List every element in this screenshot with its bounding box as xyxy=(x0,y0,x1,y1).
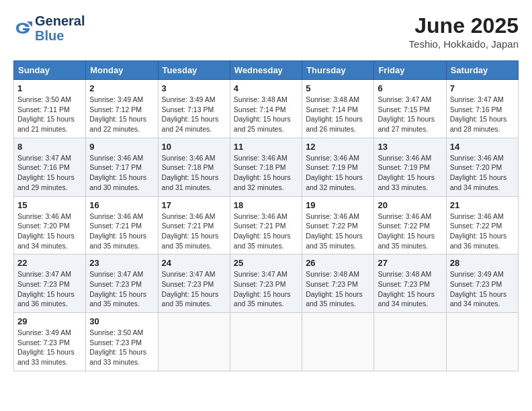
day-info: Sunrise: 3:47 AM Sunset: 7:23 PM Dayligh… xyxy=(162,269,226,309)
day-info: Sunrise: 3:46 AM Sunset: 7:18 PM Dayligh… xyxy=(162,153,226,193)
day-info: Sunrise: 3:47 AM Sunset: 7:23 PM Dayligh… xyxy=(17,269,82,309)
day-number: 13 xyxy=(378,142,442,152)
calendar-table: Sunday Monday Tuesday Wednesday Thursday… xyxy=(13,60,519,371)
calendar-cell: 3Sunrise: 3:49 AM Sunset: 7:13 PM Daylig… xyxy=(158,80,230,138)
day-number: 11 xyxy=(234,142,298,152)
day-info: Sunrise: 3:46 AM Sunset: 7:19 PM Dayligh… xyxy=(378,153,442,193)
calendar-cell: 25Sunrise: 3:47 AM Sunset: 7:23 PM Dayli… xyxy=(230,255,302,313)
day-info: Sunrise: 3:46 AM Sunset: 7:21 PM Dayligh… xyxy=(162,212,226,251)
calendar-cell: 12Sunrise: 3:46 AM Sunset: 7:19 PM Dayli… xyxy=(302,138,374,196)
calendar-cell: 6Sunrise: 3:47 AM Sunset: 7:15 PM Daylig… xyxy=(374,80,446,138)
day-number: 22 xyxy=(17,258,82,268)
header-wednesday: Wednesday xyxy=(230,61,302,80)
day-number: 28 xyxy=(450,258,515,268)
logo: General Blue xyxy=(13,13,85,43)
day-info: Sunrise: 3:46 AM Sunset: 7:22 PM Dayligh… xyxy=(450,212,515,251)
calendar-cell xyxy=(158,313,230,371)
calendar-cell: 1Sunrise: 3:50 AM Sunset: 7:11 PM Daylig… xyxy=(14,80,86,138)
calendar-week-row: 8Sunrise: 3:47 AM Sunset: 7:16 PM Daylig… xyxy=(14,138,519,196)
header-friday: Friday xyxy=(374,61,446,80)
day-info: Sunrise: 3:46 AM Sunset: 7:17 PM Dayligh… xyxy=(89,153,154,193)
calendar-cell: 9Sunrise: 3:46 AM Sunset: 7:17 PM Daylig… xyxy=(86,138,158,196)
day-number: 9 xyxy=(89,142,154,152)
calendar-cell: 23Sunrise: 3:47 AM Sunset: 7:23 PM Dayli… xyxy=(86,255,158,313)
header-sunday: Sunday xyxy=(14,61,86,80)
calendar-cell: 19Sunrise: 3:46 AM Sunset: 7:22 PM Dayli… xyxy=(302,196,374,255)
logo-icon xyxy=(13,19,32,38)
calendar-cell: 13Sunrise: 3:46 AM Sunset: 7:19 PM Dayli… xyxy=(374,138,446,196)
title-block: June 2025 Teshio, Hokkaido, Japan xyxy=(409,13,519,50)
day-number: 30 xyxy=(89,316,154,326)
page-title: June 2025 xyxy=(409,13,519,38)
calendar-week-row: 22Sunrise: 3:47 AM Sunset: 7:23 PM Dayli… xyxy=(14,255,519,313)
day-number: 1 xyxy=(17,83,82,93)
day-info: Sunrise: 3:49 AM Sunset: 7:23 PM Dayligh… xyxy=(450,269,515,309)
header-saturday: Saturday xyxy=(446,61,518,80)
day-number: 4 xyxy=(234,83,298,93)
day-number: 3 xyxy=(162,83,226,93)
calendar-cell: 14Sunrise: 3:46 AM Sunset: 7:20 PM Dayli… xyxy=(446,138,518,196)
day-number: 29 xyxy=(17,316,82,326)
calendar-cell: 26Sunrise: 3:48 AM Sunset: 7:23 PM Dayli… xyxy=(302,255,374,313)
calendar-cell: 18Sunrise: 3:46 AM Sunset: 7:21 PM Dayli… xyxy=(230,196,302,255)
calendar-cell: 21Sunrise: 3:46 AM Sunset: 7:22 PM Dayli… xyxy=(446,196,518,255)
day-info: Sunrise: 3:47 AM Sunset: 7:16 PM Dayligh… xyxy=(17,153,82,193)
day-number: 21 xyxy=(450,200,515,210)
calendar-cell xyxy=(302,313,374,371)
day-info: Sunrise: 3:46 AM Sunset: 7:21 PM Dayligh… xyxy=(234,212,298,251)
calendar-cell: 29Sunrise: 3:49 AM Sunset: 7:23 PM Dayli… xyxy=(14,313,86,371)
day-info: Sunrise: 3:46 AM Sunset: 7:21 PM Dayligh… xyxy=(89,212,154,251)
day-number: 27 xyxy=(378,258,442,268)
calendar-cell: 10Sunrise: 3:46 AM Sunset: 7:18 PM Dayli… xyxy=(158,138,230,196)
day-number: 6 xyxy=(378,83,442,93)
calendar-week-row: 1Sunrise: 3:50 AM Sunset: 7:11 PM Daylig… xyxy=(14,80,519,138)
calendar-cell: 24Sunrise: 3:47 AM Sunset: 7:23 PM Dayli… xyxy=(158,255,230,313)
day-number: 20 xyxy=(378,200,442,210)
day-info: Sunrise: 3:50 AM Sunset: 7:23 PM Dayligh… xyxy=(89,328,154,367)
day-info: Sunrise: 3:49 AM Sunset: 7:12 PM Dayligh… xyxy=(89,95,154,134)
calendar-cell: 28Sunrise: 3:49 AM Sunset: 7:23 PM Dayli… xyxy=(446,255,518,313)
day-info: Sunrise: 3:46 AM Sunset: 7:22 PM Dayligh… xyxy=(378,212,442,251)
calendar-cell: 20Sunrise: 3:46 AM Sunset: 7:22 PM Dayli… xyxy=(374,196,446,255)
day-number: 24 xyxy=(162,258,226,268)
day-info: Sunrise: 3:46 AM Sunset: 7:20 PM Dayligh… xyxy=(450,153,515,193)
day-info: Sunrise: 3:49 AM Sunset: 7:23 PM Dayligh… xyxy=(17,328,82,367)
day-number: 26 xyxy=(306,258,370,268)
day-info: Sunrise: 3:48 AM Sunset: 7:23 PM Dayligh… xyxy=(306,269,370,309)
day-number: 16 xyxy=(89,200,154,210)
header-tuesday: Tuesday xyxy=(158,61,230,80)
calendar-header-row: Sunday Monday Tuesday Wednesday Thursday… xyxy=(14,61,519,80)
day-number: 8 xyxy=(17,142,82,152)
calendar-cell: 16Sunrise: 3:46 AM Sunset: 7:21 PM Dayli… xyxy=(86,196,158,255)
calendar-cell: 11Sunrise: 3:46 AM Sunset: 7:18 PM Dayli… xyxy=(230,138,302,196)
day-number: 23 xyxy=(89,258,154,268)
calendar-week-row: 29Sunrise: 3:49 AM Sunset: 7:23 PM Dayli… xyxy=(14,313,519,371)
page-header: General Blue June 2025 Teshio, Hokkaido,… xyxy=(13,13,519,50)
day-number: 12 xyxy=(306,142,370,152)
day-number: 15 xyxy=(17,200,82,210)
header-monday: Monday xyxy=(86,61,158,80)
calendar-cell xyxy=(230,313,302,371)
day-number: 18 xyxy=(234,200,298,210)
header-thursday: Thursday xyxy=(302,61,374,80)
day-number: 10 xyxy=(162,142,226,152)
calendar-cell xyxy=(374,313,446,371)
day-info: Sunrise: 3:47 AM Sunset: 7:23 PM Dayligh… xyxy=(234,269,298,309)
day-number: 19 xyxy=(306,200,370,210)
day-info: Sunrise: 3:46 AM Sunset: 7:19 PM Dayligh… xyxy=(306,153,370,193)
day-info: Sunrise: 3:47 AM Sunset: 7:16 PM Dayligh… xyxy=(450,95,515,134)
logo-text: General Blue xyxy=(35,13,85,43)
calendar-cell: 27Sunrise: 3:48 AM Sunset: 7:23 PM Dayli… xyxy=(374,255,446,313)
day-number: 25 xyxy=(234,258,298,268)
day-number: 7 xyxy=(450,83,515,93)
calendar-cell: 30Sunrise: 3:50 AM Sunset: 7:23 PM Dayli… xyxy=(86,313,158,371)
day-info: Sunrise: 3:50 AM Sunset: 7:11 PM Dayligh… xyxy=(17,95,82,134)
calendar-cell: 2Sunrise: 3:49 AM Sunset: 7:12 PM Daylig… xyxy=(86,80,158,138)
calendar-cell: 5Sunrise: 3:48 AM Sunset: 7:14 PM Daylig… xyxy=(302,80,374,138)
calendar-cell: 22Sunrise: 3:47 AM Sunset: 7:23 PM Dayli… xyxy=(14,255,86,313)
day-info: Sunrise: 3:46 AM Sunset: 7:18 PM Dayligh… xyxy=(234,153,298,193)
day-info: Sunrise: 3:48 AM Sunset: 7:14 PM Dayligh… xyxy=(306,95,370,134)
day-info: Sunrise: 3:46 AM Sunset: 7:22 PM Dayligh… xyxy=(306,212,370,251)
calendar-cell: 15Sunrise: 3:46 AM Sunset: 7:20 PM Dayli… xyxy=(14,196,86,255)
day-number: 17 xyxy=(162,200,226,210)
